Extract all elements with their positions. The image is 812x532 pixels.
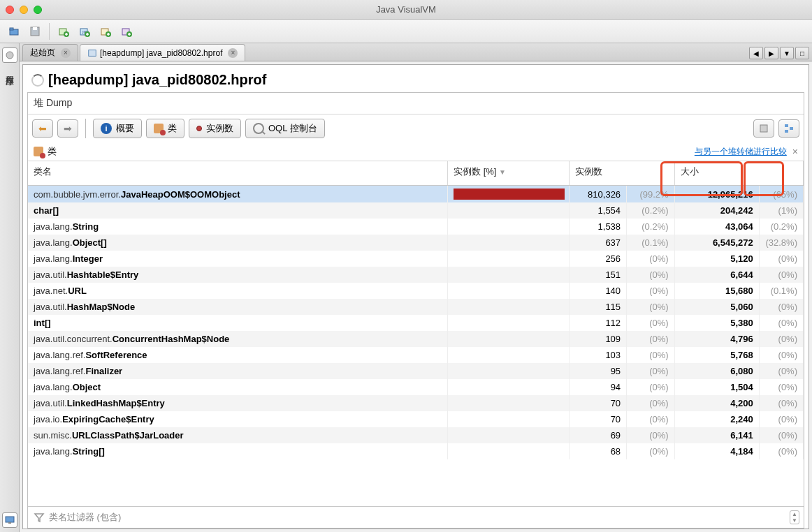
table-row[interactable]: java.util.Hashtable$Entry151(0%)6,644(0%… [28, 267, 804, 283]
class-table: 类名 实例数 [%] ▼ 实例数 大小 com.bubble.jvm.error… [28, 161, 804, 459]
chevron-up-icon: ▲ [790, 511, 799, 517]
tab-heapdump[interactable]: [heapdump] java_pid80802.hprof × [80, 44, 245, 61]
svg-point-13 [6, 52, 13, 59]
classes-icon [34, 147, 43, 156]
table-row[interactable]: java.lang.ref.Finalizer95(0%)6,080(0%) [28, 363, 804, 379]
view-toolbar: ⬅ ➡ i概要 类 实例数 OQL 控制台 [28, 114, 804, 142]
folder-icon [8, 26, 20, 37]
table-row[interactable]: java.lang.ref.SoftReference103(0%)5,768(… [28, 347, 804, 363]
tab-heapdump-label: [heapdump] java_pid80802.hprof [100, 48, 222, 58]
titlebar: Java VisualVM [0, 0, 812, 20]
svg-rect-3 [33, 27, 37, 30]
table-row[interactable]: com.bubble.jvm.error.JavaHeapOOM$OOMObje… [28, 186, 804, 203]
class-table-wrap[interactable]: 类名 实例数 [%] ▼ 实例数 大小 com.bubble.jvm.error… [28, 161, 804, 506]
back-button[interactable]: ⬅ [32, 119, 53, 138]
table-row[interactable]: java.lang.Object[]637(0.1%)6,545,272(32.… [28, 235, 804, 251]
filter-row: 类名过滤器 (包含) ▲▼ [28, 506, 804, 528]
col-header-size[interactable]: 大小 [674, 161, 803, 186]
filter-stepper[interactable]: ▲▼ [790, 510, 799, 524]
tree-icon [783, 123, 795, 134]
tab-next-button[interactable]: ▶ [764, 47, 778, 59]
back-arrow-icon: ⬅ [38, 123, 47, 134]
table-row[interactable]: java.lang.String[]68(0%)4,184(0%) [28, 443, 804, 459]
add-jmx-icon: JMX [79, 26, 90, 37]
col-header-instances[interactable]: 实例数 [569, 161, 674, 186]
table-row[interactable]: java.util.HashMap$Node115(0%)5,060(0%) [28, 299, 804, 315]
forward-button[interactable]: ➡ [57, 119, 78, 138]
filter-icon [34, 512, 45, 523]
main-toolbar: JMX [0, 20, 812, 43]
open-button[interactable] [4, 23, 24, 40]
add-dump-button[interactable] [96, 23, 115, 40]
sidebar-app-button[interactable] [2, 512, 17, 528]
table-row[interactable]: java.lang.String1,538(0.2%)43,064(0.2%) [28, 219, 804, 235]
panel-title: [heapdump] java_pid80802.hprof [48, 72, 266, 88]
tab-start-label: 起始页 [30, 47, 55, 59]
inner-label: 类 [48, 145, 57, 158]
svg-rect-19 [790, 127, 793, 130]
tree-view-button[interactable] [778, 119, 799, 138]
svg-rect-15 [8, 522, 11, 524]
col-header-inst-pct[interactable]: 实例数 [%] ▼ [448, 161, 570, 186]
tab-bar: 起始页 × [heapdump] java_pid80802.hprof × ◀… [20, 43, 812, 61]
svg-rect-1 [10, 28, 13, 30]
forward-arrow-icon: ➡ [64, 123, 72, 134]
add-dump-icon [100, 26, 111, 37]
table-row[interactable]: sun.misc.URLClassPath$JarLoader69(0%)6,1… [28, 427, 804, 443]
thread-icon [758, 123, 769, 134]
inner-header: 类 与另一个堆转储进行比较 × [28, 142, 804, 161]
table-row[interactable]: java.net.URL140(0%)15,680(0.1%) [28, 283, 804, 299]
classes-icon [154, 124, 164, 133]
sidebar: 应用程序 [0, 43, 20, 532]
table-row[interactable]: java.util.LinkedHashMap$Entry70(0%)4,200… [28, 395, 804, 411]
sort-desc-icon: ▼ [499, 168, 506, 176]
pin-icon [4, 50, 15, 61]
sidebar-toggle-button[interactable] [2, 47, 17, 63]
add-core-icon [121, 26, 132, 37]
heapdump-icon [87, 48, 97, 58]
classes-button[interactable]: 类 [146, 119, 184, 138]
table-row[interactable]: int[]112(0%)5,380(0%) [28, 315, 804, 331]
svg-rect-14 [6, 517, 14, 522]
table-row[interactable]: java.util.concurrent.ConcurrentHashMap$N… [28, 331, 804, 347]
instance-dot-icon [196, 126, 202, 131]
info-icon: i [101, 123, 112, 134]
tab-start[interactable]: 起始页 × [22, 44, 78, 61]
svg-rect-20 [785, 130, 788, 133]
window-title: Java VisualVM [0, 4, 812, 15]
table-row[interactable]: char[]1,554(0.2%)204,242(1%) [28, 202, 804, 219]
panel-title-row: [heapdump] java_pid80802.hprof [23, 65, 809, 92]
svg-rect-18 [785, 124, 788, 127]
compare-link[interactable]: 与另一个堆转储进行比较 [695, 146, 787, 158]
tab-maximize-button[interactable]: □ [795, 47, 809, 59]
sub-title: 堆 Dump [28, 93, 804, 114]
table-row[interactable]: java.io.ExpiringCache$Entry70(0%)2,240(0… [28, 411, 804, 427]
svg-rect-16 [89, 50, 96, 56]
instances-button[interactable]: 实例数 [189, 119, 241, 138]
table-row[interactable]: java.lang.Object94(0%)1,504(0%) [28, 379, 804, 395]
close-icon[interactable]: × [61, 48, 71, 58]
monitor-icon [4, 515, 15, 526]
oql-button[interactable]: OQL 控制台 [245, 119, 325, 138]
thread-view-button[interactable] [753, 119, 774, 138]
close-icon[interactable]: × [792, 146, 798, 157]
col-header-name[interactable]: 类名 [28, 161, 448, 186]
add-local-button[interactable] [54, 23, 73, 40]
loading-spinner-icon [31, 74, 44, 87]
main-panel: [heapdump] java_pid80802.hprof 堆 Dump ⬅ … [22, 64, 809, 529]
close-icon[interactable]: × [228, 48, 238, 58]
tab-list-button[interactable]: ▼ [780, 47, 794, 59]
add-jmx-button[interactable]: JMX [75, 23, 94, 40]
tab-prev-button[interactable]: ◀ [749, 47, 763, 59]
add-app-icon [58, 26, 69, 37]
disk-icon [29, 26, 41, 37]
overview-button[interactable]: i概要 [93, 119, 142, 138]
svg-rect-17 [760, 125, 767, 132]
filter-input[interactable]: 类名过滤器 (包含) [49, 511, 121, 524]
chevron-down-icon: ▼ [790, 517, 799, 524]
add-core-button[interactable] [117, 23, 136, 40]
save-button[interactable] [25, 23, 45, 40]
oql-icon [253, 123, 264, 134]
table-row[interactable]: java.lang.Integer256(0%)5,120(0%) [28, 251, 804, 267]
